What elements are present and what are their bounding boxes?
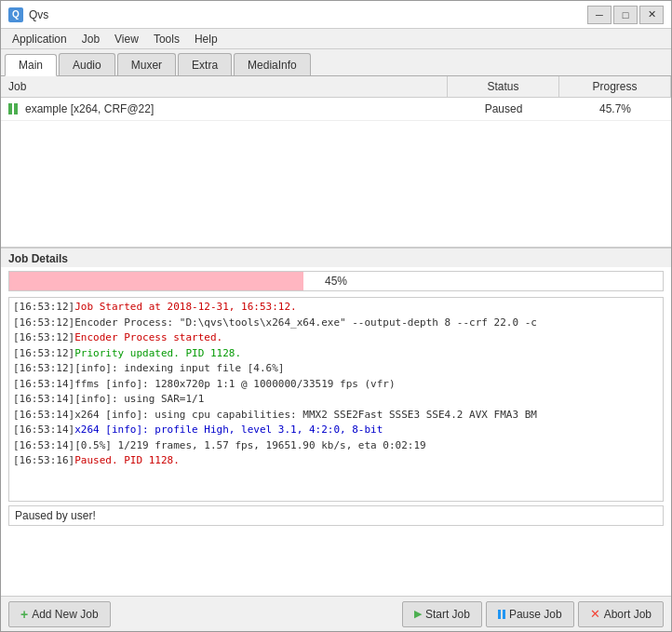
- titlebar: Q Qvs ─ □ ✕: [1, 1, 671, 29]
- window-title: Qvs: [29, 8, 587, 21]
- main-window: Q Qvs ─ □ ✕ Application Job View Tools H…: [0, 0, 672, 632]
- progress-bar-fill: [9, 272, 303, 290]
- tab-audio[interactable]: Audio: [59, 53, 115, 75]
- job-details-label: Job Details: [1, 248, 671, 267]
- tab-extra[interactable]: Extra: [178, 53, 232, 75]
- close-button[interactable]: ✕: [639, 6, 664, 24]
- progress-bar-label: 45%: [325, 275, 347, 288]
- log-line: [16:53:12]Job Started at 2018-12-31, 16:…: [13, 300, 659, 316]
- add-job-label: Add New Job: [32, 608, 98, 621]
- log-line: [16:53:12]Priority updated. PID 1128.: [13, 346, 659, 362]
- menu-view[interactable]: View: [107, 29, 146, 49]
- pause-icon: [8, 101, 20, 116]
- table-row[interactable]: example [x264, CRF@22] Paused 45.7%: [1, 98, 671, 121]
- job-name-cell: example [x264, CRF@22]: [1, 98, 448, 120]
- progress-bar-container: 45%: [8, 271, 664, 291]
- pause-job-button[interactable]: Pause Job: [486, 601, 574, 627]
- main-content: Job Status Progress example [x264, CRF@2…: [1, 76, 671, 596]
- job-status-cell: Paused: [448, 99, 559, 119]
- job-table-header: Job Status Progress: [1, 76, 671, 98]
- job-progress-cell: 45.7%: [559, 99, 671, 119]
- abort-job-button[interactable]: ✕ Abort Job: [578, 601, 664, 627]
- log-line: [16:53:14][0.5%] 1/219 frames, 1.57 fps,…: [13, 438, 659, 454]
- toolbar: + Add New Job ▶ Start Job Pause Job ✕ Ab…: [1, 596, 671, 631]
- tab-main[interactable]: Main: [5, 54, 57, 76]
- log-line: [16:53:16]Paused. PID 1128.: [13, 453, 659, 469]
- start-job-button[interactable]: ▶ Start Job: [402, 601, 482, 627]
- maximize-button[interactable]: □: [613, 6, 638, 24]
- tab-mediainfo[interactable]: MediaInfo: [234, 53, 311, 75]
- log-line: [16:53:12][info]: indexing input file [4…: [13, 361, 659, 377]
- col-header-status: Status: [448, 76, 559, 97]
- pause-bars-icon: [498, 610, 505, 619]
- minimize-button[interactable]: ─: [587, 6, 612, 24]
- play-icon: ▶: [414, 608, 422, 620]
- log-line: [16:53:12]Encoder Process: "D:\qvs\tools…: [13, 316, 659, 331]
- log-line: [16:53:14]ffms [info]: 1280x720p 1:1 @ 1…: [13, 377, 659, 393]
- add-icon: +: [20, 607, 28, 622]
- window-controls: ─ □ ✕: [587, 6, 664, 24]
- menu-application[interactable]: Application: [5, 29, 74, 49]
- menu-help[interactable]: Help: [187, 29, 225, 49]
- pause-job-label: Pause Job: [509, 608, 562, 621]
- log-line: [16:53:14][info]: using SAR=1/1: [13, 392, 659, 408]
- app-icon: Q: [8, 7, 23, 22]
- tabbar: Main Audio Muxer Extra MediaInfo: [1, 49, 671, 76]
- log-line: [16:53:12]Encoder Process started.: [13, 330, 659, 346]
- abort-job-label: Abort Job: [604, 608, 652, 621]
- job-table-body: example [x264, CRF@22] Paused 45.7%: [1, 98, 671, 247]
- menubar: Application Job View Tools Help: [1, 29, 671, 49]
- menu-job[interactable]: Job: [74, 29, 107, 49]
- abort-icon: ✕: [590, 607, 600, 621]
- add-job-button[interactable]: + Add New Job: [8, 601, 111, 627]
- log-area[interactable]: [16:53:12]Job Started at 2018-12-31, 16:…: [8, 297, 664, 502]
- col-header-job: Job: [1, 76, 448, 97]
- start-job-label: Start Job: [425, 608, 470, 621]
- col-header-progress: Progress: [559, 76, 671, 97]
- tab-muxer[interactable]: Muxer: [117, 53, 176, 75]
- status-bar: Paused by user!: [8, 505, 664, 526]
- job-table: Job Status Progress example [x264, CRF@2…: [1, 76, 671, 248]
- log-line: [16:53:14]x264 [info]: profile High, lev…: [13, 423, 659, 438]
- log-line: [16:53:14]x264 [info]: using cpu capabil…: [13, 408, 659, 424]
- menu-tools[interactable]: Tools: [146, 29, 187, 49]
